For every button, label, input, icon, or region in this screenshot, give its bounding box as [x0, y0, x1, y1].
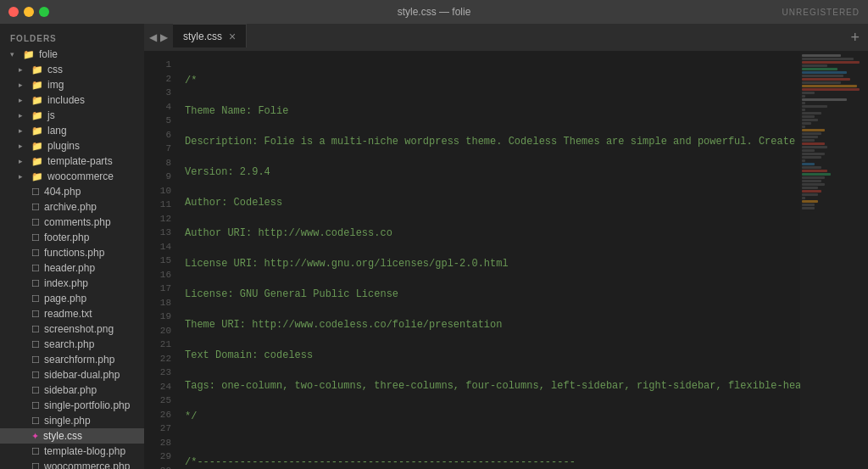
- sidebar-item-readme[interactable]: ▸ ☐ readme.txt: [0, 306, 144, 321]
- sidebar-item-single-portfolio[interactable]: ▸ ☐ single-portfolio.php: [0, 398, 144, 413]
- sidebar-item-label: single.php: [44, 415, 91, 427]
- file-icon-footer: ☐: [31, 232, 40, 243]
- sidebar-item-label: functions.php: [44, 247, 104, 259]
- expand-arrow-root: ▾: [10, 50, 19, 59]
- file-tab-style[interactable]: style.css ×: [173, 24, 247, 47]
- folder-icon-css: 📁: [31, 64, 43, 75]
- window-title: style.css — folie: [398, 6, 471, 18]
- expand-arrow-lang: ▸: [19, 126, 27, 135]
- sidebar-item-header[interactable]: ▸ ☐ header.php: [0, 260, 144, 276]
- sidebar-item-label: lang: [47, 125, 67, 137]
- expand-arrow-woocommerce: ▸: [19, 172, 27, 181]
- tab-filename: style.css: [183, 31, 222, 42]
- file-icon-header: ☐: [31, 263, 40, 274]
- file-icon-searchform: ☐: [31, 355, 40, 366]
- sidebar-item-label: search.php: [44, 338, 94, 350]
- code-editor: 12345 678910 1112131415 1617181920 21222…: [144, 51, 868, 469]
- sidebar-item-css[interactable]: ▸ 📁 css: [0, 62, 144, 77]
- sidebar-item-footer[interactable]: ▸ ☐ footer.php: [0, 230, 144, 245]
- sidebar-item-label: includes: [47, 94, 85, 106]
- sidebar-item-label: sidebar-dual.php: [44, 369, 120, 381]
- file-icon-functions: ☐: [31, 248, 40, 259]
- folder-icon-img: 📁: [31, 80, 43, 91]
- sidebar-item-label: searchform.php: [44, 354, 114, 366]
- sidebar-item-label: index.php: [44, 277, 88, 289]
- expand-arrow-plugins: ▸: [19, 142, 27, 150]
- sidebar-item-label: readme.txt: [44, 308, 92, 320]
- titlebar: style.css — folie UNREGISTERED: [0, 0, 868, 24]
- sidebar-item-label: footer.php: [44, 232, 89, 243]
- sidebar-item-img[interactable]: ▸ 📁 img: [0, 77, 144, 92]
- expand-arrow-js: ▸: [19, 111, 27, 120]
- expand-arrow-template-parts: ▸: [19, 157, 27, 165]
- sidebar-item-woocommerce[interactable]: ▸ 📁 woocommerce: [0, 169, 144, 184]
- folder-icon-template-parts: 📁: [31, 156, 43, 167]
- file-icon-sidebar-dual: ☐: [31, 370, 40, 381]
- sidebar-item-label: archive.php: [44, 201, 97, 213]
- folder-icon-plugins: 📁: [31, 141, 43, 152]
- sidebar-item-search[interactable]: ▸ ☐ search.php: [0, 337, 144, 352]
- sidebar-item-label: page.php: [44, 293, 86, 304]
- file-icon-archive: ☐: [31, 202, 40, 213]
- file-icon-style: ✦: [31, 431, 39, 442]
- maximize-button[interactable]: [39, 7, 49, 17]
- sidebar-item-sidebar-dual[interactable]: ▸ ☐ sidebar-dual.php: [0, 367, 144, 382]
- main-area: FOLDERS ▾ 📁 folie ▸ 📁 css ▸ 📁 img ▸ 📁 in…: [0, 24, 868, 469]
- sidebar-item-screenshot[interactable]: ▸ ☐ screenshot.png: [0, 321, 144, 337]
- file-icon-single: ☐: [31, 416, 40, 427]
- file-icon-search: ☐: [31, 339, 40, 350]
- sidebar-item-comments[interactable]: ▸ ☐ comments.php: [0, 215, 144, 230]
- sidebar-item-template-blog[interactable]: ▸ ☐ template-blog.php: [0, 444, 144, 459]
- sidebar-item-searchform[interactable]: ▸ ☐ searchform.php: [0, 352, 144, 367]
- file-icon-404: ☐: [31, 187, 40, 198]
- close-button[interactable]: [8, 7, 19, 17]
- registration-status: UNREGISTERED: [782, 8, 860, 17]
- file-icon-page: ☐: [31, 293, 40, 304]
- expand-arrow-img: ▸: [19, 81, 27, 89]
- sidebar-item-plugins[interactable]: ▸ 📁 plugins: [0, 138, 144, 154]
- sidebar-item-archive[interactable]: ▸ ☐ archive.php: [0, 199, 144, 215]
- window-controls: [8, 7, 49, 17]
- file-icon-single-portfolio: ☐: [31, 400, 40, 411]
- sidebar-item-label: header.php: [44, 262, 95, 274]
- sidebar-item-functions[interactable]: ▸ ☐ functions.php: [0, 245, 144, 260]
- sidebar-item-page[interactable]: ▸ ☐ page.php: [0, 291, 144, 306]
- file-icon-woocommerce-php: ☐: [31, 461, 40, 470]
- nav-arrow-left[interactable]: ◀: [149, 31, 157, 43]
- sidebar-item-label: woocommerce: [47, 170, 114, 182]
- file-icon-comments: ☐: [31, 217, 40, 228]
- expand-arrow-css: ▸: [19, 65, 27, 74]
- minimize-button[interactable]: [24, 7, 34, 17]
- sidebar-item-single[interactable]: ▸ ☐ single.php: [0, 413, 144, 428]
- add-tab-button[interactable]: +: [850, 29, 860, 47]
- sidebar-item-js[interactable]: ▸ 📁 js: [0, 108, 144, 123]
- folders-label: FOLDERS: [0, 31, 144, 47]
- sidebar-item-label: img: [47, 79, 64, 91]
- file-icon-screenshot: ☐: [31, 324, 40, 335]
- file-icon-sidebar: ☐: [31, 385, 40, 396]
- sidebar-item-lang[interactable]: ▸ 📁 lang: [0, 123, 144, 138]
- code-content[interactable]: /* Theme Name: Folie Description: Folie …: [178, 51, 800, 469]
- expand-arrow-includes: ▸: [19, 96, 27, 104]
- sidebar-item-label: 404.php: [44, 186, 81, 198]
- nav-arrow-right[interactable]: ▶: [160, 31, 168, 43]
- sidebar-item-404[interactable]: ▸ ☐ 404.php: [0, 184, 144, 199]
- sidebar-item-label: plugins: [47, 140, 80, 152]
- sidebar-item-label: css: [47, 64, 63, 75]
- folder-icon-root: 📁: [23, 49, 35, 60]
- file-icon-readme: ☐: [31, 309, 40, 320]
- sidebar-item-template-parts[interactable]: ▸ 📁 template-parts: [0, 154, 144, 169]
- minimap-content: [800, 51, 868, 214]
- folder-icon-includes: 📁: [31, 95, 43, 106]
- sidebar-item-sidebar[interactable]: ▸ ☐ sidebar.php: [0, 382, 144, 398]
- tab-close-button[interactable]: ×: [229, 31, 236, 42]
- minimap: [800, 51, 868, 469]
- sidebar-item-index[interactable]: ▸ ☐ index.php: [0, 276, 144, 291]
- sidebar-item-woocommerce-php[interactable]: ▸ ☐ woocommerce.php: [0, 459, 144, 469]
- sidebar-item-includes[interactable]: ▸ 📁 includes: [0, 92, 144, 108]
- sidebar-item-label: template-blog.php: [44, 445, 125, 457]
- sidebar-item-root[interactable]: ▾ 📁 folie: [0, 47, 144, 62]
- sidebar-item-style[interactable]: ▸ ✦ style.css: [0, 428, 144, 444]
- sidebar-item-label: screenshot.png: [44, 323, 114, 335]
- folder-icon-woocommerce: 📁: [31, 171, 43, 182]
